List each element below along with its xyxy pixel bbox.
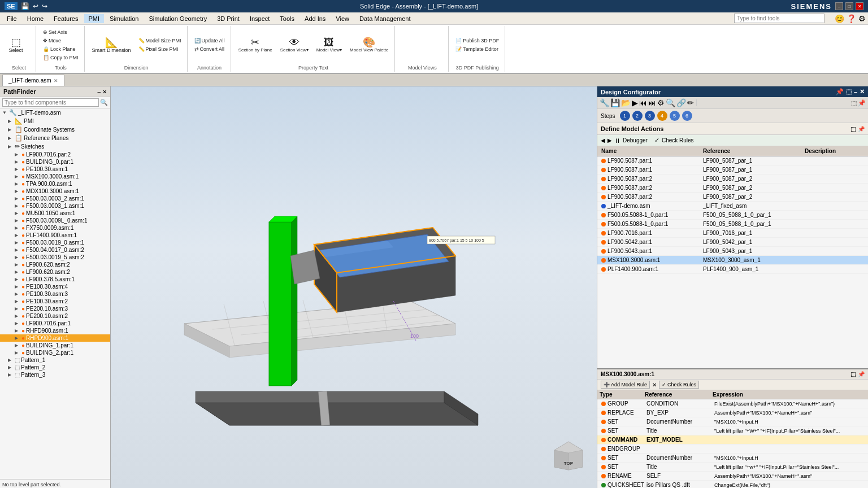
close-button[interactable]: ✕ — [856, 2, 863, 10]
dc-undock-icon[interactable]: ⬚ — [846, 88, 852, 95]
dc-minimize-icon[interactable]: – — [854, 89, 857, 95]
dc-row-5[interactable]: LF900.5087.par:2 LF900_5087_par_2 — [597, 193, 868, 202]
maximize-button[interactable]: □ — [845, 2, 853, 10]
dc-toolbar-undock[interactable]: ⬚ — [851, 99, 857, 107]
menu-addins[interactable]: Add Ins — [300, 14, 330, 23]
tree-item-pe100-3[interactable]: ▶ ● PE100.30.asm:3 — [0, 290, 110, 298]
dc-row-4[interactable]: LF900.5087.par:2 LF900_5087_par_2 — [597, 184, 868, 193]
dc-row-lift[interactable]: _LIFT-demo.asm _LIFT_fixed_asm — [597, 202, 868, 211]
tree-expand-root[interactable]: ▼ — [2, 110, 8, 115]
model-view-palette-button[interactable]: 🎨 Model View Palette — [347, 36, 391, 54]
user-icon[interactable]: 😊 — [835, 14, 844, 23]
set-axis-button[interactable]: ⊕ Set Axis — [41, 28, 81, 36]
msx-row-set-docnum[interactable]: SET DocumentNumber "MSX100."+Input.H — [597, 417, 868, 426]
pixel-size-pmi-button[interactable]: 📏 Pixel Size PMI — [136, 45, 184, 53]
menu-file[interactable]: File — [2, 14, 21, 23]
menu-tools[interactable]: Tools — [275, 14, 299, 23]
tree-item-mu500[interactable]: ▶ ● MU500.1050.asm:1 — [0, 210, 110, 217]
viewport[interactable]: 100 800.5.7067 par:1 15 5 10 100 5 TOP — [111, 86, 597, 488]
dc-toolbar-btn5[interactable]: ⏮ — [639, 98, 647, 107]
publish-3dpdf-button[interactable]: 📄 Publish 3D PDF — [453, 37, 501, 45]
settings-icon[interactable]: ⚙ — [858, 14, 866, 23]
tree-item-building2[interactable]: ▶ ● BUILDING_2.par:1 — [0, 349, 110, 356]
pathfinder-search-icon[interactable]: 🔍 — [100, 99, 108, 106]
msx-row-replace[interactable]: REPLACE BY_EXP AssemblyPath+"MSX100."+Na… — [597, 408, 868, 417]
msx-pin-icon[interactable]: 📌 — [858, 371, 865, 377]
model-view-button[interactable]: 🖼 Model View▾ — [314, 36, 345, 54]
tree-item-f500-03-1[interactable]: ▶ ● F500.03.0003_1.asm:1 — [0, 202, 110, 210]
msx-undock-icon[interactable]: ⬚ — [850, 371, 856, 377]
help-icon[interactable]: ❓ — [847, 14, 856, 23]
tree-item-lf900-7016-1[interactable]: ▶ ● LF900.7016.par:1 — [0, 320, 110, 327]
section-by-plane-button[interactable]: ✂ Section by Plane — [236, 36, 275, 54]
tree-item-pe100-1[interactable]: ▶ ● PE100.30.asm:1 — [0, 165, 110, 173]
copy-to-pmi-button[interactable]: 📋 Copy to PMI — [41, 54, 81, 62]
dc-row-lf900-7016[interactable]: LF900.7016.par:1 LF900_7016_par_1 — [597, 229, 868, 238]
dc-row-2[interactable]: LF900.5087.par:1 LF900_5087_par_1 — [597, 165, 868, 175]
pathfinder-minimize-icon[interactable]: – — [97, 89, 101, 95]
quick-access-redo[interactable]: ↪ — [42, 2, 47, 10]
menu-data-management[interactable]: Data Management — [355, 14, 415, 23]
tree-item-tpa900[interactable]: ▶ ● TPA 900.00.asm:1 — [0, 180, 110, 188]
tree-item-rhpd900[interactable]: ▶ ● RHPD900.asm:1 — [0, 334, 110, 342]
tree-item-fx750[interactable]: ▶ ● FX750.0009.asm:1 — [0, 224, 110, 232]
tree-item-building0[interactable]: ▶ ● BUILDING_0.par:1 — [0, 158, 110, 165]
menu-view[interactable]: View — [331, 14, 354, 23]
msx-row-group[interactable]: GROUP CONDITION FileExist(AssemblyPath+"… — [597, 399, 868, 408]
tree-item-pattern1[interactable]: ▶ ⬚ Pattern_1 — [0, 356, 110, 364]
msx-row-set-title[interactable]: SET Title "Left lift pillar "+W+" "+IF(I… — [597, 426, 868, 435]
tree-item-sketches[interactable]: ▶ ✏ Sketches — [0, 142, 110, 151]
dc-prev-icon[interactable]: ◀ — [601, 137, 605, 143]
menu-inspect[interactable]: Inspect — [245, 14, 274, 23]
tree-item-f500-0017[interactable]: ▶ ● F500.04.0017_0.asm:2 — [0, 246, 110, 254]
ribbon-search-input[interactable] — [734, 14, 824, 23]
dc-row-msx100[interactable]: MSX100.3000.asm:1 MSX100_3000_asm_1 — [597, 256, 868, 265]
check-rules-button[interactable]: ✓ Check Rules — [659, 381, 699, 389]
quick-access-undo[interactable]: ↩ — [33, 2, 38, 10]
tree-item-building1[interactable]: ▶ ● BUILDING_1.par:1 — [0, 342, 110, 349]
dc-toolbar-btn9[interactable]: 🔗 — [676, 98, 686, 107]
section-view-button[interactable]: 👁 Section View▾ — [277, 36, 311, 54]
dc-check-rules-icon[interactable]: ✓ — [654, 137, 659, 144]
tree-item-refplanes[interactable]: ▶ 📋 Reference Planes — [0, 134, 110, 142]
tree-item-lf900-378[interactable]: ▶ ● LF900.378.5.asm:1 — [0, 276, 110, 283]
tree-item-root[interactable]: ▼ 🔧 _LIFT-demo.asm — [0, 108, 110, 117]
tree-item-pe100-2[interactable]: ▶ ● PE100.30.asm:2 — [0, 298, 110, 305]
document-tab-lift[interactable]: _LIFT-demo.asm ✕ — [2, 75, 64, 86]
dc-close-icon[interactable]: ✕ — [860, 88, 865, 95]
step-btn-3[interactable]: 3 — [645, 111, 655, 121]
orientation-cube[interactable]: TOP — [552, 439, 585, 473]
dc-row-f500-1[interactable]: F500.05.5088-1_0.par:1 F500_05_5088_1_0_… — [597, 211, 868, 220]
select-button[interactable]: ⬚ Select — [6, 36, 26, 55]
msx-row-set-docnum2[interactable]: SET DocumentNumber "MSX100."+Input.H — [597, 454, 868, 463]
dc-section-undock-icon[interactable]: ⬚ — [850, 126, 856, 132]
menu-home[interactable]: Home — [23, 14, 48, 23]
dc-row-lf900-5043[interactable]: LF900.5043.par:1 LF900_5043_par_1 — [597, 247, 868, 256]
minimize-button[interactable]: – — [835, 2, 843, 10]
msx-toolbar-close[interactable]: ✕ — [652, 382, 657, 388]
dc-toolbar-btn7[interactable]: ⚙ — [657, 98, 665, 107]
tree-item-pe200-2[interactable]: ▶ ● PE200.10.asm:2 — [0, 312, 110, 320]
dc-toolbar-btn1[interactable]: 🔧 — [600, 98, 609, 107]
dc-row-1[interactable]: LF900.5087.par:1 LF900_5087_par_1 — [597, 156, 868, 165]
step-btn-2[interactable]: 2 — [632, 111, 643, 121]
tree-item-rhfd900[interactable]: ▶ ● RHFD900.asm:1 — [0, 327, 110, 334]
dc-debugger-icon[interactable]: ⏸ — [614, 137, 620, 144]
smart-dimension-button[interactable]: 📐 Smart Dimension — [89, 36, 134, 55]
pathfinder-close-icon[interactable]: ✕ — [102, 89, 107, 95]
step-btn-6[interactable]: 6 — [682, 111, 692, 121]
menu-3dprint[interactable]: 3D Print — [212, 14, 244, 23]
step-btn-5[interactable]: 5 — [670, 111, 680, 121]
tab-close-icon[interactable]: ✕ — [54, 78, 58, 84]
tree-item-pe200-3[interactable]: ▶ ● PE200.10.asm:3 — [0, 305, 110, 312]
tree-item-f500-0019-0[interactable]: ▶ ● F500.03.0019_0.asm:1 — [0, 239, 110, 246]
menu-pmi[interactable]: PMI — [84, 14, 105, 23]
tree-item-plf1400[interactable]: ▶ ● PLF1400.900.asm:1 — [0, 232, 110, 239]
menu-features[interactable]: Features — [49, 14, 83, 23]
tree-item-pmi[interactable]: ▶ 📐 PMI — [0, 117, 110, 125]
add-model-rule-button[interactable]: ➕ Add Model Rule — [601, 381, 650, 389]
dc-row-3[interactable]: LF900.5087.par:2 LF900_5087_par_2 — [597, 175, 868, 184]
dc-toolbar-btn2[interactable]: 💾 — [610, 98, 620, 107]
dc-row-plf1400[interactable]: PLF1400.900.asm:1 PLF1400_900_asm_1 — [597, 265, 868, 274]
msx-row-set-title2[interactable]: SET Title "Left lift pillar "+w+" "+IF(I… — [597, 463, 868, 472]
